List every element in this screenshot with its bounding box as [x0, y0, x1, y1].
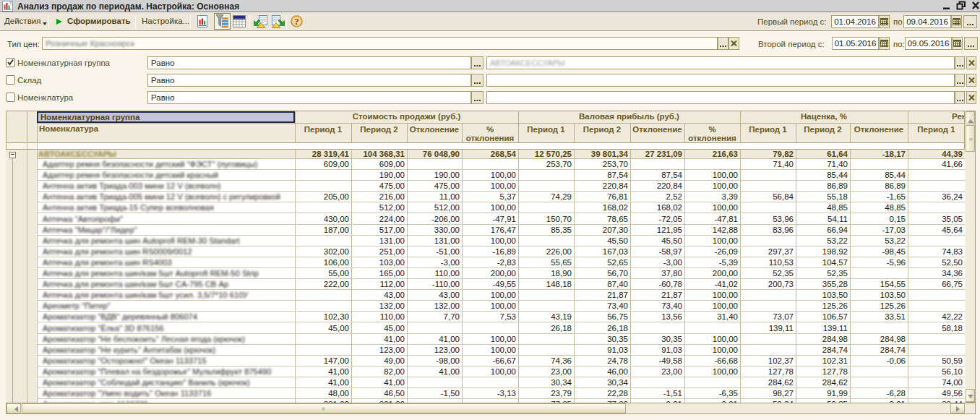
svg-text:?: ?	[294, 16, 299, 27]
